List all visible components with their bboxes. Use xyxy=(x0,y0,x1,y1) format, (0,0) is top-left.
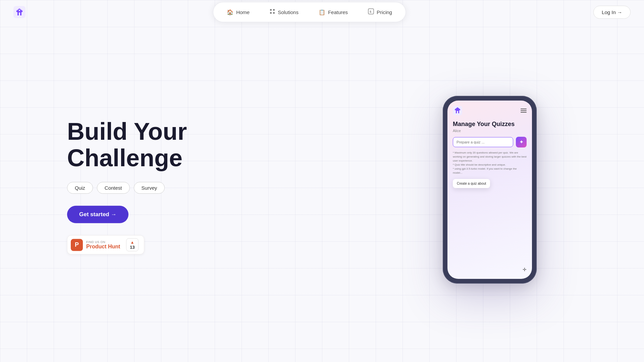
product-hunt-icon: P xyxy=(71,239,83,251)
main-nav: 🏠 Home Solutions 📋 Features $ xyxy=(213,2,406,22)
upvote-arrow-icon: ▲ xyxy=(130,240,135,245)
nav-item-features[interactable]: 📋 Features xyxy=(309,6,357,19)
get-started-button[interactable]: Get started → xyxy=(67,206,128,223)
svg-rect-3 xyxy=(273,9,275,11)
nav-item-pricing[interactable]: $ Pricing xyxy=(359,5,401,19)
logo-icon xyxy=(13,6,25,18)
product-hunt-name: Product Hunt xyxy=(86,244,120,250)
home-icon: 🏠 xyxy=(227,9,233,15)
phone-input-row: ✦ xyxy=(453,137,527,147)
product-hunt-upvote: ▲ 13 xyxy=(126,238,138,251)
header: 🏠 Home Solutions 📋 Features $ xyxy=(0,0,644,24)
tag-survey[interactable]: Survey xyxy=(134,182,165,194)
svg-text:$: $ xyxy=(370,10,371,13)
phone-mockup-wrapper: Manage Your Quizzes Alice ✦ * Maximum on… xyxy=(443,96,537,284)
resize-cursor-icon: ✛ xyxy=(523,267,527,272)
hero-section: Build Your Challenge Quiz Contest Survey… xyxy=(67,118,187,254)
phone-screen-title: Manage Your Quizzes xyxy=(453,121,527,128)
product-hunt-text: FIND US ON Product Hunt xyxy=(86,240,120,250)
phone-screen-user: Alice xyxy=(453,129,527,133)
nav-label-pricing: Pricing xyxy=(377,9,392,15)
tag-quiz[interactable]: Quiz xyxy=(67,182,93,194)
phone-screen: Manage Your Quizzes Alice ✦ * Maximum on… xyxy=(447,101,532,279)
logo[interactable] xyxy=(13,6,25,18)
hero-tags: Quiz Contest Survey xyxy=(67,182,187,194)
svg-rect-5 xyxy=(273,12,275,14)
main-content: Build Your Challenge Quiz Contest Survey… xyxy=(0,24,644,362)
svg-rect-4 xyxy=(270,12,272,14)
phone-app-header xyxy=(447,101,532,118)
nav-label-solutions: Solutions xyxy=(278,9,299,15)
hero-title: Build Your Challenge xyxy=(67,118,187,171)
ai-icon: ✦ xyxy=(519,139,524,145)
nav-label-features: Features xyxy=(328,9,348,15)
svg-rect-2 xyxy=(270,9,272,11)
nav-item-home[interactable]: 🏠 Home xyxy=(217,6,259,19)
solutions-icon xyxy=(270,9,275,15)
svg-point-1 xyxy=(19,10,20,11)
phone-tooltip[interactable]: Create a quiz about xyxy=(453,179,490,188)
find-us-label: FIND US ON xyxy=(86,240,120,244)
nav-label-home: Home xyxy=(236,9,250,15)
phone-content: Manage Your Quizzes Alice ✦ * Maximum on… xyxy=(447,118,532,193)
phone-logo-icon xyxy=(453,106,462,115)
pricing-icon: $ xyxy=(368,8,374,16)
product-hunt-badge[interactable]: P FIND US ON Product Hunt ▲ 13 xyxy=(67,235,144,254)
ai-button[interactable]: ✦ xyxy=(516,137,527,147)
upvote-count: 13 xyxy=(130,245,135,250)
nav-item-solutions[interactable]: Solutions xyxy=(260,5,308,19)
phone-info-text: * Maximum only 20 questions allowed per … xyxy=(453,151,527,175)
quiz-input[interactable] xyxy=(453,137,513,147)
phone-menu-icon[interactable] xyxy=(521,109,527,113)
login-button[interactable]: Log In → xyxy=(593,6,631,19)
tag-contest[interactable]: Contest xyxy=(97,182,130,194)
features-icon: 📋 xyxy=(319,9,325,15)
phone-mockup: Manage Your Quizzes Alice ✦ * Maximum on… xyxy=(443,96,537,284)
